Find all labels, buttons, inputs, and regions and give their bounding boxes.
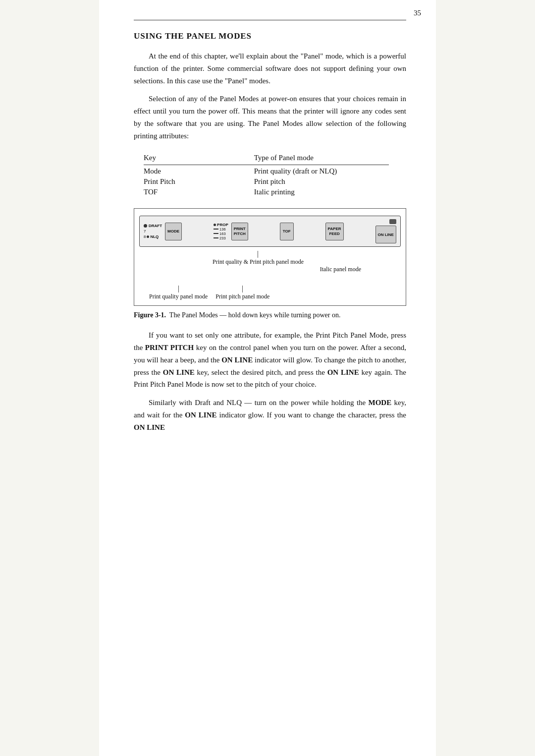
mode-key[interactable]: MODE [165,223,182,240]
prop-label: PROP [217,223,228,227]
bold-on-line-5: ON LINE [134,423,165,431]
center-group: PROP 136 163 233 PRINTPITCH [214,223,248,240]
center-annotation: Print quality & Print pitch panel mode [213,251,304,266]
online-group: ON LINE [375,219,396,243]
bold-on-line-2: ON LINE [163,368,195,376]
print-pitch-key[interactable]: PRINTPITCH [231,223,248,240]
indicator-light [389,219,396,224]
bottom-annot-quality: Print quality panel mode [149,286,208,300]
val-136: 136 [219,227,226,232]
left-group: DRAFT 7 8 NLQ MODE [144,223,182,240]
prop-led [214,224,216,226]
bold-mode: MODE [369,399,392,407]
prop-163: 163 [214,232,228,236]
bottom-annotations: Print quality panel mode Print pitch pan… [149,286,269,300]
paper-feed-key[interactable]: PAPERFEED [325,223,344,240]
body-paragraph-1: If you want to set only one attribute, f… [134,329,406,391]
number-7-row: 7 [144,229,162,233]
led-item-draft: DRAFT [144,224,162,228]
page-number: 35 [414,9,421,17]
bold-on-line-4: ON LINE [185,411,216,419]
italic-annotation: Italic panel mode [320,266,361,273]
val-163: 163 [219,232,226,236]
paper-feed-group: PAPERFEED [325,223,344,240]
nlq-led [147,235,149,238]
prop-136: 136 [214,227,228,232]
on-line-key[interactable]: ON LINE [375,226,396,243]
pitch-label: Print pitch panel mode [215,292,269,300]
table-cell-val-2: Print pitch [254,176,389,187]
diagram-annotations: Print quality & Print pitch panel mode P… [139,251,401,300]
draft-label: DRAFT [149,224,162,228]
prop-display: PROP 136 163 233 [214,223,228,240]
table-cell-key-3: TOF [144,187,254,197]
figure-caption: Figure 3-1. The Panel Modes — hold down … [134,310,406,320]
bold-on-line-3: ON LINE [327,368,359,376]
table-header-key: Key [144,153,254,164]
printer-panel: DRAFT 7 8 NLQ MODE [139,216,401,247]
num-7: 7 [144,229,146,233]
num-8: 8 [144,234,146,239]
table-cell-val-3: Italic printing [254,187,389,197]
bold-print-pitch: PRINT PITCH [145,344,194,351]
page: 35 USING THE PANEL MODES At the end of t… [99,0,436,756]
top-rule [134,20,406,20]
center-line-v [258,251,258,258]
tof-key[interactable]: TOF [280,223,294,240]
prop-233: 233 [214,236,228,240]
intro-paragraph-2: Selection of any of the Panel Modes at p… [134,93,406,142]
key-table: Key Type of Panel mode Mode Print qualit… [144,153,389,197]
table-cell-val-1: Print quality (draft or NLQ) [254,166,389,176]
nlq-label: NLQ [150,234,159,239]
table-row: TOF Italic printing [144,187,389,197]
dash-233 [214,237,218,238]
figure-text: The Panel Modes — hold down keys while t… [168,311,341,319]
intro-paragraph-1: At the end of this chapter, we'll explai… [134,50,406,87]
table-cell-key-1: Mode [144,166,254,176]
table-header-type: Type of Panel mode [254,153,389,164]
number-8-row: 8 NLQ [144,234,162,239]
dash-136 [214,229,218,230]
printer-diagram-box: DRAFT 7 8 NLQ MODE [134,208,406,306]
dash-163 [214,233,218,234]
pitch-line-v [242,286,243,292]
led-group: DRAFT 7 8 NLQ [144,224,162,239]
table-cell-key-2: Print Pitch [144,176,254,187]
figure-label: Figure 3-1. [134,311,166,319]
quality-label: Print quality panel mode [149,292,208,300]
bottom-annot-pitch: Print pitch panel mode [215,286,269,300]
body-paragraph-2: Similarly with Draft and NLQ — turn on t… [134,397,406,433]
bold-on-line-1: ON LINE [221,356,253,364]
draft-led [144,224,147,228]
tof-group: TOF [280,223,294,240]
prop-header: PROP [214,223,228,227]
quality-line-v [178,286,179,292]
section-title: USING THE PANEL MODES [134,31,406,41]
table-row: Mode Print quality (draft or NLQ) [144,166,389,176]
val-233: 233 [219,236,226,240]
table-row: Print Pitch Print pitch [144,176,389,187]
center-annotation-text: Print quality & Print pitch panel mode [213,258,304,266]
